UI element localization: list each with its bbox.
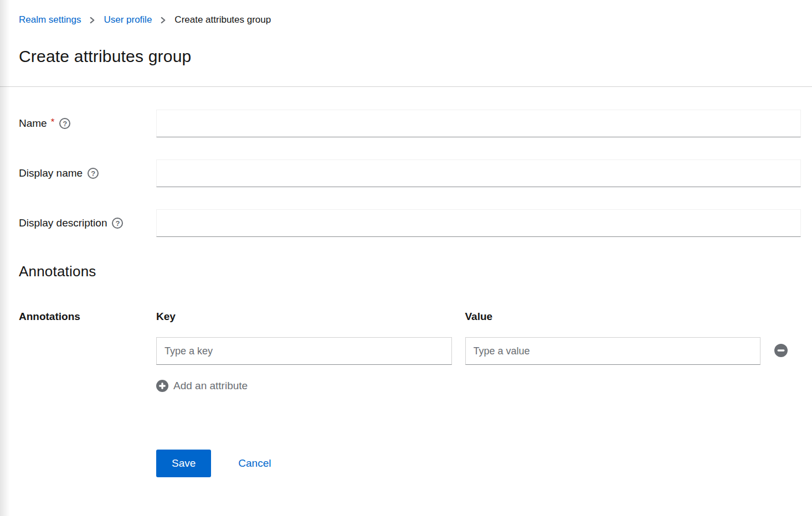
annotations-label: Annotations (19, 310, 80, 323)
create-attributes-group-form: Name * ? Display name ? Display descript… (0, 87, 812, 477)
form-actions: Save Cancel (156, 450, 801, 477)
display-description-input[interactable] (156, 209, 801, 237)
remove-attribute-button[interactable] (774, 344, 788, 359)
annotation-key-input[interactable] (156, 337, 452, 365)
breadcrumb-current: Create attributes group (174, 13, 271, 27)
display-description-field-row: Display description ? (19, 209, 801, 237)
display-name-label-group: Display name ? (19, 167, 156, 179)
breadcrumb-user-profile[interactable]: User profile (104, 13, 152, 27)
key-value-row (156, 337, 801, 365)
display-name-label: Display name (19, 167, 83, 179)
page-header: Realm settings User profile Create attri… (0, 0, 812, 87)
key-column-header: Key (156, 310, 452, 323)
breadcrumb: Realm settings User profile Create attri… (19, 13, 801, 27)
value-column-header: Value (465, 310, 761, 323)
required-indicator: * (51, 117, 55, 128)
key-value-editor: Key Value (156, 310, 801, 394)
save-button[interactable]: Save (156, 450, 211, 477)
annotation-value-input[interactable] (465, 337, 761, 365)
breadcrumb-realm-settings[interactable]: Realm settings (19, 13, 81, 27)
annotations-section-heading: Annotations (19, 262, 801, 280)
add-attribute-button[interactable]: Add an attribute (156, 380, 248, 392)
name-input[interactable] (156, 110, 801, 137)
annotations-field-row: Annotations Key Value (19, 310, 801, 394)
display-name-field-row: Display name ? (19, 159, 801, 187)
cancel-link[interactable]: Cancel (238, 457, 271, 469)
display-description-label: Display description (19, 217, 107, 229)
name-field-row: Name * ? (19, 110, 801, 137)
annotations-label-group: Annotations (19, 310, 156, 323)
help-icon[interactable]: ? (88, 168, 99, 179)
name-label: Name (19, 117, 47, 130)
add-attribute-label: Add an attribute (173, 380, 248, 392)
display-name-input[interactable] (156, 159, 801, 187)
page-title: Create attributes group (19, 45, 801, 68)
plus-circle-icon (156, 380, 168, 392)
display-description-label-group: Display description ? (19, 217, 156, 229)
help-icon[interactable]: ? (112, 218, 123, 229)
help-icon[interactable]: ? (59, 118, 70, 129)
chevron-right-icon (160, 17, 166, 24)
name-label-group: Name * ? (19, 117, 156, 130)
chevron-right-icon (89, 17, 95, 24)
minus-circle-icon (774, 344, 788, 359)
